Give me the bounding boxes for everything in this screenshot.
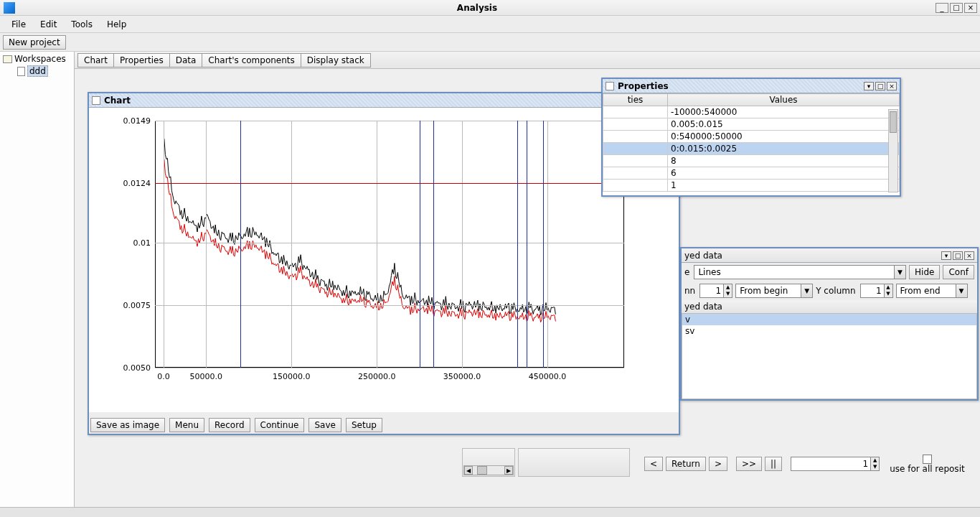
- hide-button[interactable]: Hide: [909, 265, 940, 279]
- type-label: e: [684, 267, 691, 277]
- panel-max-icon[interactable]: □: [953, 251, 963, 260]
- chart-menu-button[interactable]: Menu: [169, 418, 204, 432]
- table-row[interactable]: 6: [603, 167, 900, 180]
- table-row[interactable]: 0:0.015:0.0025: [603, 143, 900, 155]
- panel-min-icon[interactable]: ▾: [864, 82, 874, 90]
- continue-button[interactable]: Continue: [255, 418, 305, 432]
- workarea: Chart Properties Data Chart's components…: [75, 52, 980, 507]
- ycolumn-label: Y column: [816, 286, 857, 296]
- repos-checkbox[interactable]: [923, 455, 932, 464]
- table-row[interactable]: 8: [603, 155, 900, 167]
- tab-display-stack[interactable]: Display stack: [301, 53, 371, 67]
- list-header: yed data: [682, 300, 977, 313]
- minimize-icon[interactable]: _: [936, 3, 948, 13]
- table-row[interactable]: -10000:540000: [603, 106, 900, 118]
- menu-help[interactable]: Help: [100, 17, 133, 32]
- tabstrip: Chart Properties Data Chart's components…: [75, 52, 980, 69]
- panel-min-icon[interactable]: ▾: [941, 251, 951, 260]
- titlebar: Analysis _ □ ×: [0, 0, 980, 16]
- chevron-down-icon[interactable]: ▼: [894, 266, 905, 279]
- displayed-data-panel: yed data ▾ □ × e Lines▼ Hide Conf nn ▲▼ …: [680, 247, 979, 401]
- displayed-data-title: yed data: [684, 251, 941, 261]
- chart-panel-title: Chart: [104, 96, 643, 106]
- panel-icon: [92, 96, 100, 105]
- displayed-data-header[interactable]: yed data ▾ □ ×: [682, 248, 977, 263]
- tab-data[interactable]: Data: [169, 53, 203, 67]
- properties-panel-header[interactable]: Properties ▾ □ ×: [603, 79, 900, 93]
- panel-icon: [606, 82, 614, 90]
- save-as-image-button[interactable]: Save as image: [90, 418, 165, 432]
- menu-file[interactable]: File: [4, 17, 33, 32]
- panel-max-icon[interactable]: □: [875, 82, 885, 90]
- xmode-combo[interactable]: From begin▼: [735, 284, 813, 298]
- return-button[interactable]: Return: [666, 457, 706, 471]
- type-combo[interactable]: Lines▼: [694, 265, 906, 279]
- panel-close-icon[interactable]: ×: [964, 251, 974, 260]
- scroll-left-icon: ◀: [464, 466, 473, 475]
- toolbar: New project: [0, 33, 980, 52]
- close-icon[interactable]: ×: [964, 3, 977, 13]
- col-values[interactable]: Values: [668, 94, 900, 106]
- mini-preview-1[interactable]: ◀▶: [462, 448, 515, 477]
- scroll-right-icon: ▶: [504, 466, 513, 475]
- step-spinner[interactable]: ▲▼: [791, 457, 880, 471]
- folder-icon: [3, 55, 12, 63]
- table-row[interactable]: 1: [603, 180, 900, 192]
- scrollbar-horizontal[interactable]: ◀▶: [463, 465, 514, 475]
- xcolumn-spinner[interactable]: ▲▼: [699, 284, 732, 298]
- menubar: File Edit Tools Help: [0, 16, 980, 33]
- record-button[interactable]: Record: [209, 418, 250, 432]
- repos-label: use for all reposit: [890, 464, 965, 474]
- app-icon: [4, 2, 15, 14]
- chevron-down-icon[interactable]: ▼: [956, 284, 967, 297]
- menu-edit[interactable]: Edit: [33, 17, 64, 32]
- pause-button[interactable]: ||: [765, 457, 782, 471]
- tree-root-label: Workspaces: [14, 54, 66, 64]
- tab-properties[interactable]: Properties: [113, 53, 170, 67]
- panel-close-icon[interactable]: ×: [887, 82, 897, 90]
- window-title: Analysis: [19, 3, 936, 13]
- tree-item-ddd[interactable]: ddd: [1, 65, 72, 78]
- menu-tools[interactable]: Tools: [64, 17, 100, 32]
- chart-plot[interactable]: 0.00500.00750.010.01240.01490.050000.015…: [96, 113, 670, 408]
- file-icon: [17, 67, 25, 76]
- configure-button[interactable]: Conf: [943, 265, 974, 279]
- nav-back-button[interactable]: <: [644, 457, 663, 471]
- save-button[interactable]: Save: [308, 418, 341, 432]
- list-item[interactable]: v: [682, 314, 976, 325]
- statusbar: [0, 507, 980, 517]
- list-item[interactable]: sv: [682, 325, 976, 337]
- table-row[interactable]: 0.005:0.015: [603, 118, 900, 131]
- tree-item-label: ddd: [27, 65, 48, 77]
- properties-panel-title: Properties: [618, 81, 864, 91]
- col-properties[interactable]: ties: [603, 94, 668, 106]
- new-project-button[interactable]: New project: [3, 35, 66, 50]
- fast-forward-button[interactable]: >>: [736, 457, 762, 471]
- chevron-down-icon[interactable]: ▼: [801, 284, 812, 297]
- tree-root-workspaces[interactable]: Workspaces: [1, 53, 72, 65]
- ymode-combo[interactable]: From end▼: [896, 284, 968, 298]
- tab-chart[interactable]: Chart: [77, 53, 114, 67]
- nav-forward-button[interactable]: >: [709, 457, 727, 471]
- table-row[interactable]: 0:540000:50000: [603, 131, 900, 143]
- setup-button[interactable]: Setup: [346, 418, 382, 432]
- ycolumn-spinner[interactable]: ▲▼: [860, 284, 893, 298]
- chart-panel: Chart ▾ □ × 0.00500.00750.010.01240.0149…: [88, 92, 680, 435]
- sidebar: Workspaces ddd: [0, 52, 75, 507]
- maximize-icon[interactable]: □: [950, 3, 963, 13]
- chart-panel-header[interactable]: Chart ▾ □ ×: [89, 93, 679, 108]
- properties-table[interactable]: tiesValues -10000:540000 0.005:0.015 0:5…: [603, 93, 900, 192]
- tab-chart-components[interactable]: Chart's components: [202, 53, 301, 67]
- mini-preview-2[interactable]: [518, 448, 630, 477]
- data-file-list[interactable]: v sv: [682, 313, 977, 399]
- scrollbar-vertical[interactable]: [888, 109, 898, 192]
- properties-panel: Properties ▾ □ × tiesValues -10000:54000…: [601, 78, 901, 197]
- xcolumn-label: nn: [684, 286, 697, 296]
